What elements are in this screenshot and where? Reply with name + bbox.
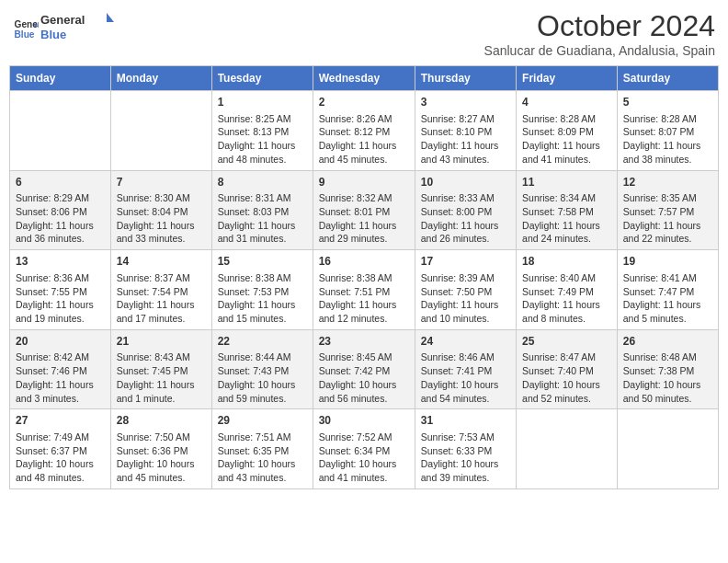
day-cell: 8Sunrise: 8:31 AM Sunset: 8:03 PM Daylig… [211,170,313,250]
day-cell: 17Sunrise: 8:39 AM Sunset: 7:50 PM Dayli… [415,250,516,330]
day-number: 9 [319,175,409,190]
day-info: Sunrise: 8:28 AM Sunset: 8:07 PM Dayligh… [623,113,701,165]
day-number: 17 [421,254,510,270]
day-number: 12 [623,175,712,190]
day-info: Sunrise: 8:30 AM Sunset: 8:04 PM Dayligh… [117,192,195,244]
day-number: 28 [117,413,206,429]
day-cell: 18Sunrise: 8:40 AM Sunset: 7:49 PM Dayli… [517,250,618,330]
month-title: October 2024 [484,9,715,43]
day-cell: 14Sunrise: 8:37 AM Sunset: 7:54 PM Dayli… [110,250,211,330]
week-row-4: 20Sunrise: 8:42 AM Sunset: 7:46 PM Dayli… [10,329,719,409]
day-number: 11 [522,175,611,190]
day-info: Sunrise: 8:41 AM Sunset: 7:47 PM Dayligh… [623,272,701,324]
day-cell: 15Sunrise: 8:38 AM Sunset: 7:53 PM Dayli… [211,250,313,330]
day-cell: 30Sunrise: 7:52 AM Sunset: 6:34 PM Dayli… [313,409,415,489]
day-cell: 23Sunrise: 8:45 AM Sunset: 7:42 PM Dayli… [313,329,415,409]
day-number: 27 [16,413,105,429]
day-info: Sunrise: 8:28 AM Sunset: 8:09 PM Dayligh… [522,113,600,165]
day-cell [617,409,718,489]
day-cell: 28Sunrise: 7:50 AM Sunset: 6:36 PM Dayli… [110,409,211,489]
day-info: Sunrise: 8:36 AM Sunset: 7:55 PM Dayligh… [16,272,94,324]
day-number: 16 [319,254,409,270]
day-info: Sunrise: 7:50 AM Sunset: 6:36 PM Dayligh… [117,431,195,483]
day-number: 23 [319,334,409,350]
day-info: Sunrise: 8:34 AM Sunset: 7:58 PM Dayligh… [522,192,600,244]
header-monday: Monday [110,66,211,91]
day-info: Sunrise: 8:44 AM Sunset: 7:43 PM Dayligh… [218,351,296,403]
day-cell: 19Sunrise: 8:41 AM Sunset: 7:47 PM Dayli… [617,250,718,330]
day-cell: 1Sunrise: 8:25 AM Sunset: 8:13 PM Daylig… [211,91,313,171]
page-header: General Blue General Blue October 2024 S… [9,9,719,58]
day-cell: 4Sunrise: 8:28 AM Sunset: 8:09 PM Daylig… [517,91,618,171]
day-cell: 16Sunrise: 8:38 AM Sunset: 7:51 PM Dayli… [313,250,415,330]
day-cell [110,91,211,171]
day-number: 21 [117,334,206,350]
day-info: Sunrise: 8:43 AM Sunset: 7:45 PM Dayligh… [117,351,195,403]
day-number: 1 [218,95,307,110]
day-cell: 21Sunrise: 8:43 AM Sunset: 7:45 PM Dayli… [110,329,211,409]
day-number: 14 [117,254,206,270]
day-cell: 20Sunrise: 8:42 AM Sunset: 7:46 PM Dayli… [10,329,111,409]
logo: General Blue General Blue [13,9,114,50]
day-number: 5 [623,95,712,110]
day-cell: 2Sunrise: 8:26 AM Sunset: 8:12 PM Daylig… [313,91,415,171]
day-info: Sunrise: 8:46 AM Sunset: 7:41 PM Dayligh… [421,351,499,403]
header-saturday: Saturday [617,66,718,91]
day-cell: 24Sunrise: 8:46 AM Sunset: 7:41 PM Dayli… [415,329,516,409]
days-header-row: SundayMondayTuesdayWednesdayThursdayFrid… [10,66,719,91]
day-number: 19 [623,254,712,270]
day-number: 10 [421,175,510,190]
day-cell: 25Sunrise: 8:47 AM Sunset: 7:40 PM Dayli… [517,329,618,409]
day-number: 6 [16,175,105,190]
day-info: Sunrise: 8:25 AM Sunset: 8:13 PM Dayligh… [218,113,296,165]
day-info: Sunrise: 8:45 AM Sunset: 7:42 PM Dayligh… [319,351,397,403]
day-cell: 31Sunrise: 7:53 AM Sunset: 6:33 PM Dayli… [415,409,516,489]
svg-text:Blue: Blue [40,28,66,41]
day-cell: 26Sunrise: 8:48 AM Sunset: 7:38 PM Dayli… [617,329,718,409]
day-cell: 10Sunrise: 8:33 AM Sunset: 8:00 PM Dayli… [415,170,516,250]
day-info: Sunrise: 8:37 AM Sunset: 7:54 PM Dayligh… [117,272,195,324]
week-row-2: 6Sunrise: 8:29 AM Sunset: 8:06 PM Daylig… [10,170,719,250]
svg-text:Blue: Blue [15,29,35,40]
week-row-1: 1Sunrise: 8:25 AM Sunset: 8:13 PM Daylig… [10,91,719,171]
day-cell [10,91,111,171]
day-info: Sunrise: 8:31 AM Sunset: 8:03 PM Dayligh… [218,192,296,244]
day-number: 3 [421,95,510,110]
logo-svg: General Blue [40,9,114,46]
day-cell: 12Sunrise: 8:35 AM Sunset: 7:57 PM Dayli… [617,170,718,250]
week-row-5: 27Sunrise: 7:49 AM Sunset: 6:37 PM Dayli… [10,409,719,489]
day-cell: 22Sunrise: 8:44 AM Sunset: 7:43 PM Dayli… [211,329,313,409]
day-info: Sunrise: 8:48 AM Sunset: 7:38 PM Dayligh… [623,351,701,403]
day-info: Sunrise: 7:49 AM Sunset: 6:37 PM Dayligh… [16,431,94,483]
day-info: Sunrise: 8:40 AM Sunset: 7:49 PM Dayligh… [522,272,600,324]
day-number: 18 [522,254,611,270]
day-info: Sunrise: 8:32 AM Sunset: 8:01 PM Dayligh… [319,192,397,244]
day-cell: 3Sunrise: 8:27 AM Sunset: 8:10 PM Daylig… [415,91,516,171]
day-number: 25 [522,334,611,350]
day-info: Sunrise: 8:26 AM Sunset: 8:12 PM Dayligh… [319,113,397,165]
header-sunday: Sunday [10,66,111,91]
day-info: Sunrise: 7:52 AM Sunset: 6:34 PM Dayligh… [319,431,397,483]
day-number: 4 [522,95,611,110]
day-info: Sunrise: 8:29 AM Sunset: 8:06 PM Dayligh… [16,192,94,244]
day-number: 2 [319,95,409,110]
day-cell: 5Sunrise: 8:28 AM Sunset: 8:07 PM Daylig… [617,91,718,171]
day-cell: 11Sunrise: 8:34 AM Sunset: 7:58 PM Dayli… [517,170,618,250]
day-number: 8 [218,175,307,190]
day-info: Sunrise: 7:53 AM Sunset: 6:33 PM Dayligh… [421,431,499,483]
day-number: 7 [117,175,206,190]
day-cell: 27Sunrise: 7:49 AM Sunset: 6:37 PM Dayli… [10,409,111,489]
day-number: 30 [319,413,409,429]
day-cell: 29Sunrise: 7:51 AM Sunset: 6:35 PM Dayli… [211,409,313,489]
day-number: 13 [16,254,105,270]
day-number: 20 [16,334,105,350]
subtitle: Sanlucar de Guadiana, Andalusia, Spain [484,43,715,58]
day-info: Sunrise: 8:35 AM Sunset: 7:57 PM Dayligh… [623,192,701,244]
day-info: Sunrise: 8:27 AM Sunset: 8:10 PM Dayligh… [421,113,499,165]
week-row-3: 13Sunrise: 8:36 AM Sunset: 7:55 PM Dayli… [10,250,719,330]
header-wednesday: Wednesday [313,66,415,91]
day-number: 31 [421,413,510,429]
day-info: Sunrise: 8:33 AM Sunset: 8:00 PM Dayligh… [421,192,499,244]
day-cell: 13Sunrise: 8:36 AM Sunset: 7:55 PM Dayli… [10,250,111,330]
day-cell [517,409,618,489]
